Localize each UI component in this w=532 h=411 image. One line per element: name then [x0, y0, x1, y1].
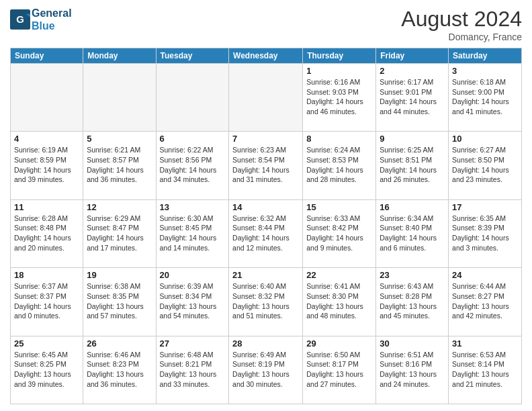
calendar-cell: 23Sunrise: 6:43 AM Sunset: 8:28 PM Dayli…	[376, 268, 449, 336]
day-number: 15	[306, 202, 372, 212]
day-number: 1	[306, 66, 372, 76]
calendar-cell	[156, 64, 229, 132]
day-info: Sunrise: 6:49 AM Sunset: 8:19 PM Dayligh…	[232, 350, 299, 390]
calendar-week-3: 18Sunrise: 6:37 AM Sunset: 8:37 PM Dayli…	[11, 268, 522, 336]
day-number: 21	[232, 270, 299, 280]
day-info: Sunrise: 6:46 AM Sunset: 8:23 PM Dayligh…	[87, 350, 152, 390]
day-info: Sunrise: 6:53 AM Sunset: 8:14 PM Dayligh…	[452, 350, 518, 390]
logo-icon: G	[10, 9, 30, 30]
day-info: Sunrise: 6:32 AM Sunset: 8:44 PM Dayligh…	[232, 214, 299, 253]
day-number: 29	[306, 338, 372, 349]
day-info: Sunrise: 6:18 AM Sunset: 9:00 PM Dayligh…	[452, 77, 518, 117]
day-info: Sunrise: 6:41 AM Sunset: 8:30 PM Dayligh…	[306, 281, 372, 321]
calendar-cell: 8Sunrise: 6:24 AM Sunset: 8:53 PM Daylig…	[303, 132, 376, 199]
calendar-cell	[83, 64, 156, 132]
calendar-cell: 28Sunrise: 6:49 AM Sunset: 8:19 PM Dayli…	[229, 336, 303, 404]
day-number: 10	[452, 134, 518, 144]
day-number: 4	[14, 134, 79, 144]
calendar-cell: 19Sunrise: 6:38 AM Sunset: 8:35 PM Dayli…	[83, 268, 156, 336]
day-number: 22	[306, 270, 372, 280]
day-info: Sunrise: 6:34 AM Sunset: 8:40 PM Dayligh…	[380, 214, 445, 253]
day-number: 5	[87, 134, 152, 144]
calendar-cell	[229, 64, 303, 132]
calendar-cell: 13Sunrise: 6:30 AM Sunset: 8:45 PM Dayli…	[156, 199, 229, 267]
day-number: 23	[380, 270, 445, 280]
day-info: Sunrise: 6:45 AM Sunset: 8:25 PM Dayligh…	[14, 350, 79, 390]
header: G General Blue August 2024 Domancy, Fran…	[10, 7, 522, 42]
day-info: Sunrise: 6:43 AM Sunset: 8:28 PM Dayligh…	[380, 281, 445, 321]
calendar-cell	[11, 64, 83, 132]
calendar-week-1: 4Sunrise: 6:19 AM Sunset: 8:59 PM Daylig…	[11, 132, 522, 199]
day-number: 16	[380, 202, 445, 212]
day-info: Sunrise: 6:25 AM Sunset: 8:51 PM Dayligh…	[380, 145, 445, 185]
calendar-cell: 21Sunrise: 6:40 AM Sunset: 8:32 PM Dayli…	[229, 268, 303, 336]
calendar-cell: 7Sunrise: 6:23 AM Sunset: 8:54 PM Daylig…	[229, 132, 303, 199]
day-number: 13	[160, 202, 226, 212]
day-info: Sunrise: 6:29 AM Sunset: 8:47 PM Dayligh…	[87, 214, 152, 253]
logo: G General Blue	[10, 7, 72, 32]
day-number: 26	[87, 338, 152, 349]
day-number: 12	[87, 202, 152, 212]
title-block: August 2024 Domancy, France	[401, 7, 522, 42]
calendar-week-2: 11Sunrise: 6:28 AM Sunset: 8:48 PM Dayli…	[11, 199, 522, 267]
calendar-cell: 24Sunrise: 6:44 AM Sunset: 8:27 PM Dayli…	[449, 268, 522, 336]
day-number: 30	[380, 338, 445, 349]
location: Domancy, France	[401, 32, 522, 42]
day-number: 14	[232, 202, 299, 212]
day-number: 2	[380, 66, 445, 76]
calendar-header-row: SundayMondayTuesdayWednesdayThursdayFrid…	[11, 48, 522, 64]
calendar-cell: 9Sunrise: 6:25 AM Sunset: 8:51 PM Daylig…	[376, 132, 449, 199]
calendar-cell: 12Sunrise: 6:29 AM Sunset: 8:47 PM Dayli…	[83, 199, 156, 267]
day-info: Sunrise: 6:38 AM Sunset: 8:35 PM Dayligh…	[87, 281, 152, 321]
day-number: 3	[452, 66, 518, 76]
day-info: Sunrise: 6:37 AM Sunset: 8:37 PM Dayligh…	[14, 281, 79, 321]
calendar-cell: 17Sunrise: 6:35 AM Sunset: 8:39 PM Dayli…	[449, 199, 522, 267]
calendar-cell: 20Sunrise: 6:39 AM Sunset: 8:34 PM Dayli…	[156, 268, 229, 336]
month-year: August 2024	[401, 7, 522, 32]
day-info: Sunrise: 6:21 AM Sunset: 8:57 PM Dayligh…	[87, 145, 152, 185]
calendar-cell: 25Sunrise: 6:45 AM Sunset: 8:25 PM Dayli…	[11, 336, 83, 404]
day-info: Sunrise: 6:48 AM Sunset: 8:21 PM Dayligh…	[160, 350, 226, 390]
calendar-cell: 18Sunrise: 6:37 AM Sunset: 8:37 PM Dayli…	[11, 268, 83, 336]
calendar-cell: 3Sunrise: 6:18 AM Sunset: 9:00 PM Daylig…	[449, 64, 522, 132]
calendar-cell: 14Sunrise: 6:32 AM Sunset: 8:44 PM Dayli…	[229, 199, 303, 267]
calendar-cell: 11Sunrise: 6:28 AM Sunset: 8:48 PM Dayli…	[11, 199, 83, 267]
day-info: Sunrise: 6:51 AM Sunset: 8:16 PM Dayligh…	[380, 350, 445, 390]
calendar-table: SundayMondayTuesdayWednesdayThursdayFrid…	[10, 48, 522, 404]
day-info: Sunrise: 6:50 AM Sunset: 8:17 PM Dayligh…	[306, 350, 372, 390]
calendar-header-monday: Monday	[83, 48, 156, 64]
day-info: Sunrise: 6:22 AM Sunset: 8:56 PM Dayligh…	[160, 145, 226, 185]
calendar-header-friday: Friday	[376, 48, 449, 64]
day-number: 31	[452, 338, 518, 349]
calendar-header-sunday: Sunday	[11, 48, 83, 64]
calendar-cell: 1Sunrise: 6:16 AM Sunset: 9:03 PM Daylig…	[303, 64, 376, 132]
day-number: 7	[232, 134, 299, 144]
day-number: 19	[87, 270, 152, 280]
svg-text:G: G	[16, 13, 24, 25]
calendar-cell: 26Sunrise: 6:46 AM Sunset: 8:23 PM Dayli…	[83, 336, 156, 404]
day-info: Sunrise: 6:44 AM Sunset: 8:27 PM Dayligh…	[452, 281, 518, 321]
calendar-cell: 5Sunrise: 6:21 AM Sunset: 8:57 PM Daylig…	[83, 132, 156, 199]
day-number: 28	[232, 338, 299, 349]
calendar-cell: 6Sunrise: 6:22 AM Sunset: 8:56 PM Daylig…	[156, 132, 229, 199]
day-number: 9	[380, 134, 445, 144]
calendar-cell: 4Sunrise: 6:19 AM Sunset: 8:59 PM Daylig…	[11, 132, 83, 199]
day-number: 11	[14, 202, 79, 212]
day-info: Sunrise: 6:16 AM Sunset: 9:03 PM Dayligh…	[306, 77, 372, 117]
calendar-header-tuesday: Tuesday	[156, 48, 229, 64]
day-number: 8	[306, 134, 372, 144]
day-info: Sunrise: 6:28 AM Sunset: 8:48 PM Dayligh…	[14, 214, 79, 253]
calendar-cell: 2Sunrise: 6:17 AM Sunset: 9:01 PM Daylig…	[376, 64, 449, 132]
day-number: 25	[14, 338, 79, 349]
day-number: 17	[452, 202, 518, 212]
calendar-header-thursday: Thursday	[303, 48, 376, 64]
day-info: Sunrise: 6:17 AM Sunset: 9:01 PM Dayligh…	[380, 77, 445, 117]
day-info: Sunrise: 6:19 AM Sunset: 8:59 PM Dayligh…	[14, 145, 79, 185]
calendar-week-0: 1Sunrise: 6:16 AM Sunset: 9:03 PM Daylig…	[11, 64, 522, 132]
calendar-header-saturday: Saturday	[449, 48, 522, 64]
page: G General Blue August 2024 Domancy, Fran…	[0, 0, 532, 411]
calendar-cell: 16Sunrise: 6:34 AM Sunset: 8:40 PM Dayli…	[376, 199, 449, 267]
calendar-cell: 22Sunrise: 6:41 AM Sunset: 8:30 PM Dayli…	[303, 268, 376, 336]
calendar-body: 1Sunrise: 6:16 AM Sunset: 9:03 PM Daylig…	[11, 64, 522, 404]
day-info: Sunrise: 6:33 AM Sunset: 8:42 PM Dayligh…	[306, 214, 372, 253]
